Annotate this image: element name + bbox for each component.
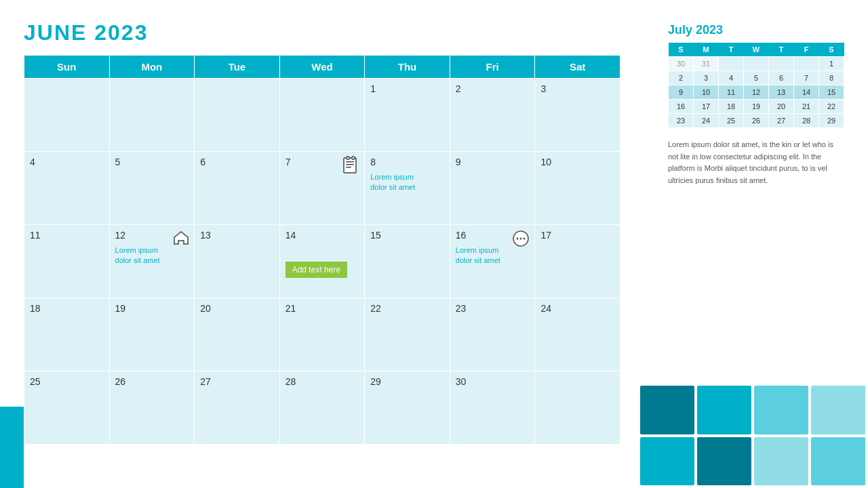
note-icon	[341, 156, 360, 179]
mini-calendar: S M T W T F S 30 31 1	[668, 43, 844, 128]
lorem-text-8: Lorem ipsumdolor sit amet	[370, 172, 444, 193]
sidebar-description: Lorem ipsum dolor sit amet, is the kin o…	[668, 139, 844, 186]
mini-cell: 27	[769, 114, 794, 128]
mini-cell: 8	[819, 71, 844, 85]
list-item	[279, 79, 365, 152]
mini-cell: 3	[694, 71, 719, 85]
list-item: 3	[535, 79, 620, 152]
mini-header-w: W	[744, 43, 769, 57]
header-fri: Fri	[450, 56, 535, 79]
mini-cell: 11	[719, 85, 744, 100]
mini-cell: 23	[669, 114, 694, 128]
svg-rect-2	[346, 164, 354, 165]
svg-rect-1	[346, 161, 354, 163]
deco-block-3	[754, 386, 808, 434]
list-item	[24, 79, 110, 152]
mini-cell: 31	[694, 57, 719, 71]
mini-row: 30 31 1	[669, 57, 844, 71]
mini-cell: 10	[694, 85, 719, 100]
list-item: 26	[109, 371, 195, 445]
deco-block-6	[697, 437, 751, 486]
mini-cell: 28	[794, 114, 819, 128]
svg-point-7	[517, 238, 519, 240]
deco-block-4	[811, 386, 865, 434]
list-item: 8 Lorem ipsumdolor sit amet	[365, 152, 450, 225]
list-item: 6	[195, 152, 280, 225]
list-item: 12 Lorem ipsumdolor sit amet	[109, 225, 195, 298]
home-icon	[172, 229, 190, 249]
list-item: 18	[24, 298, 110, 371]
mini-cell: 13	[769, 85, 794, 100]
list-item: 11	[24, 225, 110, 298]
mini-row: 23 24 25 26 27 28 29	[669, 114, 844, 128]
svg-rect-5	[352, 157, 355, 159]
table-row: 11 12 Lorem ipsumdolor sit amet 13 14	[24, 225, 620, 298]
mini-cell: 29	[819, 114, 844, 128]
mini-cell: 19	[744, 100, 769, 114]
mini-header-t2: T	[769, 43, 794, 57]
month-title: JUNE 2023	[24, 20, 648, 45]
list-item: 5	[109, 152, 195, 225]
mini-header-t1: T	[719, 43, 744, 57]
mini-cell: 15	[819, 85, 844, 100]
mini-cell: 24	[694, 114, 719, 128]
list-item: 17	[535, 225, 620, 298]
mini-cell: 17	[694, 100, 719, 114]
list-item: 25	[24, 371, 110, 445]
mini-cell: 18	[719, 100, 744, 114]
list-item: 13	[195, 225, 280, 298]
table-row: 18 19 20 21 22 23 24	[24, 298, 620, 371]
mini-cell: 22	[819, 100, 844, 114]
deco-block-2	[697, 386, 751, 434]
add-text-button[interactable]: Add text here	[285, 262, 347, 278]
list-item: 10	[535, 152, 620, 225]
bottom-right-deco	[637, 383, 868, 488]
list-item: 14 Add text here	[279, 225, 365, 298]
svg-rect-3	[346, 167, 351, 168]
mini-cell: 2	[669, 71, 694, 85]
header-mon: Mon	[109, 56, 195, 79]
list-item: 23	[450, 298, 535, 371]
mini-cell: 12	[744, 85, 769, 100]
list-item: 24	[535, 298, 620, 371]
list-item: 29	[365, 371, 450, 445]
list-item: 16 Lorem ipsumdolor sit amet	[450, 225, 535, 298]
mini-cell: 30	[669, 57, 694, 71]
mini-header-s2: S	[819, 43, 844, 57]
list-item: 22	[365, 298, 450, 371]
list-item: 20	[195, 298, 280, 371]
list-item: 9	[450, 152, 535, 225]
mini-cell	[744, 57, 769, 71]
mini-cell	[769, 57, 794, 71]
list-item: 1	[365, 79, 450, 152]
note-svg	[341, 156, 360, 175]
mini-row: 2 3 4 5 6 7 8	[669, 71, 844, 85]
mini-cell: 26	[744, 114, 769, 128]
header-sun: Sun	[24, 56, 110, 79]
mini-cell: 25	[719, 114, 744, 128]
mini-header-row: S M T W T F S	[669, 43, 844, 57]
mini-header-m: M	[694, 43, 719, 57]
mini-cell	[794, 57, 819, 71]
mini-cell: 16	[669, 100, 694, 114]
list-item: 19	[109, 298, 195, 371]
header-sat: Sat	[535, 56, 620, 79]
calendar-header-row: Sun Mon Tue Wed Thu Fri Sat	[24, 56, 620, 79]
mini-header-f: F	[794, 43, 819, 57]
svg-point-8	[520, 238, 522, 240]
mini-cell: 9	[669, 85, 694, 100]
deco-block-8	[811, 437, 865, 486]
mini-cell: 21	[794, 100, 819, 114]
svg-rect-4	[347, 157, 349, 159]
bottom-left-deco	[0, 407, 24, 488]
mini-cell	[719, 57, 744, 71]
list-item: 30	[450, 371, 535, 445]
mini-cell: 4	[719, 71, 744, 85]
calendar-section: JUNE 2023 Sun Mon Tue Wed Thu Fri Sat	[24, 20, 648, 488]
table-row: 1 2 3	[24, 79, 620, 152]
table-row: 4 5 6 7	[24, 152, 620, 225]
svg-point-9	[524, 238, 526, 240]
deco-block-5	[640, 437, 694, 486]
deco-block-1	[640, 386, 694, 434]
list-item: 7	[279, 152, 365, 225]
